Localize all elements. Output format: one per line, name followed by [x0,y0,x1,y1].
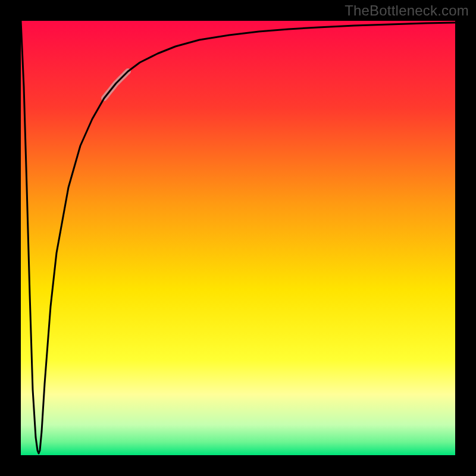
plot-area [21,21,455,455]
chart-frame: TheBottleneck.com [0,0,476,476]
main-curve [21,21,455,453]
curve-layer [21,21,455,455]
watermark-text: TheBottleneck.com [345,2,469,19]
